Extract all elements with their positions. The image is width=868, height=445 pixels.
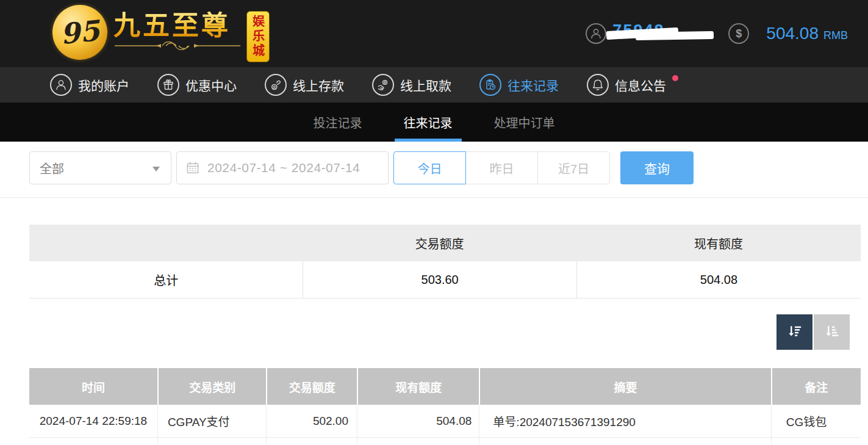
- col-balance: 现有额度: [357, 368, 479, 405]
- col-summary: 摘要: [479, 368, 770, 405]
- filter-bar: 全部 2024-07-14 ~ 2024-07-14 今日 昨日 近7日 查询: [29, 151, 861, 184]
- quick-range-yesterday-button[interactable]: 昨日: [465, 151, 538, 184]
- col-time: 时间: [29, 368, 157, 405]
- col-note: 备注: [771, 368, 861, 405]
- table-row-partial: [29, 438, 861, 445]
- quick-range-group: 今日 昨日 近7日: [393, 151, 610, 184]
- user-icon: [50, 74, 72, 96]
- nav-item-promotions[interactable]: 优惠中心: [157, 74, 237, 96]
- balance-display: 504.08 RMB: [758, 24, 848, 43]
- records-header-row: 时间 交易类别 交易额度 现有额度 摘要 备注: [29, 368, 861, 405]
- summary-table: 交易额度 现有额度 总计 503.60 504.08: [29, 225, 861, 298]
- summary-current-amount: 504.08: [576, 261, 861, 298]
- balance-currency: RMB: [823, 29, 848, 42]
- cell-balance: 504.08: [357, 405, 479, 437]
- gift-icon: [157, 74, 179, 96]
- summary-col-current: 现有额度: [576, 234, 861, 252]
- date-range-input[interactable]: 2024-07-14 ~ 2024-07-14: [176, 151, 389, 184]
- nav-item-my-account[interactable]: 我的账户: [50, 74, 129, 96]
- calendar-icon: [185, 161, 200, 175]
- summary-total-row: 总计 503.60 504.08: [29, 261, 861, 298]
- search-button[interactable]: 查询: [620, 151, 694, 184]
- chevron-down-icon: [152, 167, 160, 172]
- nav-item-announcements[interactable]: 信息公告: [587, 74, 666, 96]
- deposit-icon: [265, 74, 287, 96]
- withdraw-icon: [372, 74, 394, 96]
- tab-betting-records[interactable]: 投注记录: [306, 103, 370, 142]
- sort-descending-icon: [787, 324, 803, 340]
- records-table: 时间 交易类别 交易额度 现有额度 摘要 备注 2024-07-14 22:59…: [29, 368, 861, 445]
- type-select-value: 全部: [40, 159, 64, 177]
- col-amount: 交易额度: [266, 368, 357, 405]
- date-range-value: 2024-07-14 ~ 2024-07-14: [207, 161, 360, 175]
- tab-processing-orders[interactable]: 处理中订单: [487, 103, 562, 142]
- sort-controls: [777, 314, 850, 350]
- summary-total-label: 总计: [29, 261, 303, 298]
- section-divider: [0, 197, 868, 198]
- sort-ascending-button[interactable]: [814, 314, 850, 350]
- nav-item-deposit[interactable]: 线上存款: [265, 74, 344, 96]
- cell-note: CG钱包: [771, 405, 861, 437]
- sort-ascending-icon: [824, 324, 840, 340]
- quick-range-last7days-button[interactable]: 近7日: [537, 151, 610, 184]
- balance-amount: 504.08: [766, 24, 819, 43]
- brand-name: 九五至尊: [113, 11, 242, 40]
- cell-time: 2024-07-14 22:59:18: [29, 405, 157, 437]
- summary-header-row: 交易额度 现有额度: [29, 225, 861, 261]
- notification-dot: [672, 75, 678, 81]
- summary-transaction-amount: 503.60: [303, 261, 576, 298]
- top-bar: 95 九五至尊 娱乐城 75948: [0, 0, 868, 67]
- site-logo[interactable]: 95 九五至尊 娱乐城: [52, 5, 270, 62]
- logo-flourish-icon: [113, 42, 242, 50]
- main-navigation: 我的账户 优惠中心 线上存款: [0, 67, 868, 103]
- bell-icon: [587, 74, 609, 96]
- username-redacted[interactable]: 75948: [612, 21, 710, 46]
- quick-range-today-button[interactable]: 今日: [393, 151, 466, 184]
- sort-descending-button[interactable]: [777, 314, 812, 350]
- nav-item-transaction-records[interactable]: 往来记录: [479, 74, 559, 96]
- tab-transaction-records[interactable]: 往来记录: [396, 103, 460, 142]
- sub-navigation: 投注记录 往来记录 处理中订单: [0, 103, 868, 142]
- col-type: 交易类别: [157, 368, 267, 405]
- redaction-stroke: [636, 31, 714, 40]
- records-icon: [479, 74, 501, 96]
- summary-col-transaction: 交易额度: [303, 234, 576, 252]
- cell-summary: 单号:202407153671391290: [479, 405, 770, 437]
- logo-emblem-number: 95: [59, 14, 101, 51]
- cell-amount: 502.00: [266, 405, 357, 437]
- brand-badge: 娱乐城: [246, 11, 270, 62]
- cell-type: CGPAY支付: [157, 405, 267, 437]
- nav-item-withdraw[interactable]: 线上取款: [372, 74, 451, 96]
- table-row: 2024-07-14 22:59:18 CGPAY支付 502.00 504.0…: [29, 405, 861, 438]
- type-select[interactable]: 全部: [29, 151, 171, 184]
- balance-dollar-icon: $: [728, 23, 749, 44]
- logo-emblem-icon: 95: [52, 5, 107, 60]
- account-avatar-icon[interactable]: [586, 23, 606, 44]
